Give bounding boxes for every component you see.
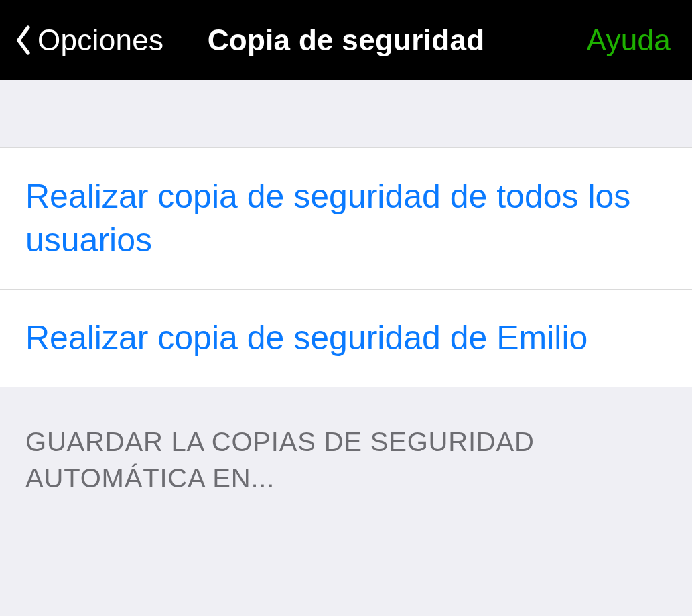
spacer (0, 80, 692, 147)
backup-all-users-button[interactable]: Realizar copia de seguridad de todos los… (0, 148, 692, 290)
navbar: Opciones Copia de seguridad Ayuda (0, 0, 692, 80)
backup-user-button[interactable]: Realizar copia de seguridad de Emilio (0, 290, 692, 387)
back-label: Opciones (38, 25, 163, 55)
section-header: GUARDAR LA COPIAS DE SEGURIDAD AUTOMÁTIC… (0, 387, 692, 496)
help-button[interactable]: Ayuda (587, 25, 671, 55)
chevron-left-icon (12, 23, 36, 58)
page-title: Copia de seguridad (208, 25, 485, 55)
back-button[interactable]: Opciones (12, 23, 163, 58)
actions-list: Realizar copia de seguridad de todos los… (0, 147, 692, 387)
